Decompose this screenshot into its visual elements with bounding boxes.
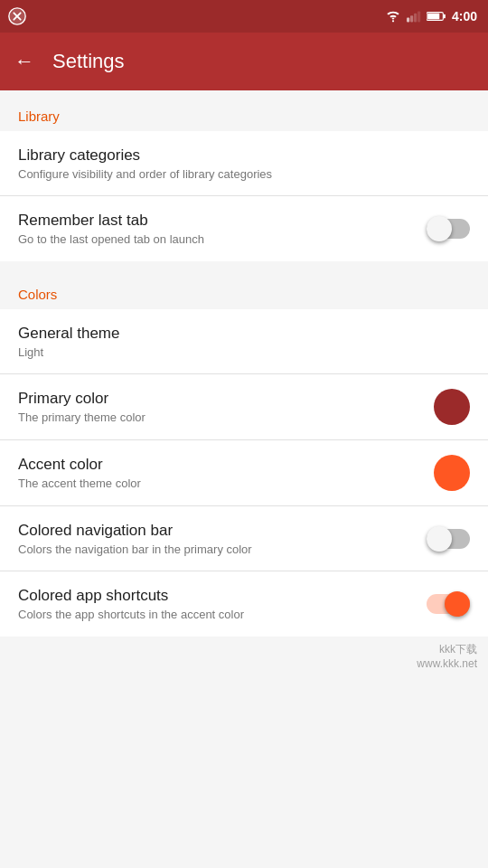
watermark: kkk下载 www.kkk.net	[0, 637, 488, 675]
toolbar: ← Settings	[0, 33, 488, 90]
svg-rect-6	[414, 14, 417, 23]
status-icons: 4:00	[385, 9, 477, 24]
setting-general-theme-subtitle: Light	[18, 345, 459, 359]
toolbar-title: Settings	[52, 50, 125, 73]
svg-rect-5	[410, 15, 413, 22]
setting-primary-color[interactable]: Primary color The primary theme color	[0, 374, 488, 440]
battery-icon	[427, 10, 446, 23]
close-icon	[7, 6, 27, 26]
setting-general-theme-title: General theme	[18, 325, 459, 343]
setting-remember-last-tab-title: Remember last tab	[18, 212, 416, 230]
setting-colored-nav-bar[interactable]: Colored navigation bar Colors the naviga…	[0, 506, 488, 571]
setting-library-categories-title: Library categories	[18, 146, 459, 165]
setting-primary-color-subtitle: The primary theme color	[18, 410, 423, 424]
setting-colored-nav-bar-title: Colored navigation bar	[18, 522, 416, 540]
setting-accent-color-title: Accent color	[18, 456, 423, 474]
setting-accent-color[interactable]: Accent color The accent theme color	[0, 440, 488, 506]
setting-accent-color-subtitle: The accent theme color	[18, 476, 423, 490]
settings-content: Library Library categories Configure vis…	[0, 90, 488, 675]
colored-app-shortcuts-toggle[interactable]	[427, 591, 470, 617]
setting-primary-color-title: Primary color	[18, 390, 423, 408]
section-divider	[0, 261, 488, 269]
status-time: 4:00	[452, 9, 477, 24]
svg-rect-9	[427, 14, 439, 20]
watermark-line1: kkk下载	[11, 642, 477, 657]
wifi-icon	[385, 10, 401, 23]
section-library: Library Library categories Configure vis…	[0, 90, 488, 261]
watermark-line2: www.kkk.net	[11, 657, 477, 670]
setting-remember-last-tab[interactable]: Remember last tab Go to the last opened …	[0, 196, 488, 261]
back-button[interactable]: ←	[14, 50, 34, 73]
svg-rect-7	[418, 11, 420, 22]
colored-nav-bar-toggle[interactable]	[427, 526, 470, 552]
setting-library-categories[interactable]: Library categories Configure visibility …	[0, 131, 488, 196]
setting-colored-app-shortcuts[interactable]: Colored app shortcuts Colors the app sho…	[0, 571, 488, 637]
setting-colored-app-shortcuts-title: Colored app shortcuts	[18, 587, 416, 605]
primary-color-circle[interactable]	[434, 389, 470, 425]
section-colors-header: Colors	[0, 269, 488, 309]
setting-colored-app-shortcuts-subtitle: Colors the app shortcuts in the accent c…	[18, 608, 416, 621]
svg-rect-10	[444, 14, 446, 18]
setting-library-categories-subtitle: Configure visibility and order of librar…	[18, 167, 459, 181]
setting-general-theme[interactable]: General theme Light	[0, 309, 488, 374]
svg-rect-4	[407, 18, 409, 23]
remember-last-tab-toggle[interactable]	[427, 216, 470, 241]
status-bar: 4:00	[0, 0, 488, 33]
setting-colored-nav-bar-subtitle: Colors the navigation bar in the primary…	[18, 542, 416, 556]
setting-remember-last-tab-subtitle: Go to the last opened tab on launch	[18, 232, 416, 246]
svg-point-3	[392, 20, 394, 22]
signal-icon	[407, 10, 421, 23]
section-library-header: Library	[0, 90, 488, 131]
accent-color-circle[interactable]	[434, 455, 470, 491]
section-colors: Colors General theme Light Primary color…	[0, 269, 488, 637]
